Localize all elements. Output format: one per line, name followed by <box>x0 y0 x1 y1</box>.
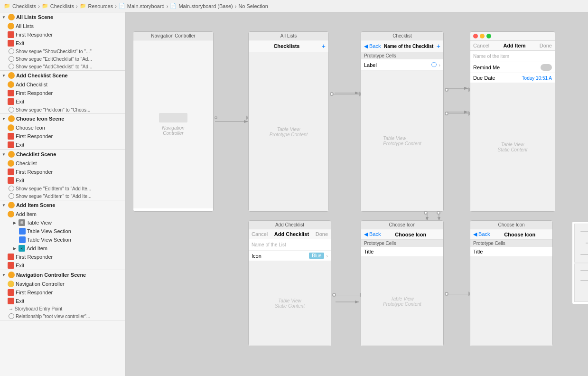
checklist-add-btn[interactable]: + <box>437 42 440 50</box>
chooseicon-back-btn[interactable]: ◀ Back <box>364 231 381 237</box>
additem-remind-row: Remind Me <box>470 62 555 73</box>
checklist-info-btn[interactable]: ⓘ <box>431 61 437 68</box>
checklist-navbar: ◀ Back Name of the Checklist + <box>361 40 443 52</box>
breadcrumb-item-1[interactable]: Checklists <box>50 3 74 9</box>
sidebar-item-first-responder-4[interactable]: First Responder <box>0 168 125 176</box>
sidebar-item-exit-1[interactable]: Exit <box>0 39 125 47</box>
segue-circle-icon-4 <box>9 107 14 113</box>
triangle-icon-5: ▼ <box>2 203 6 207</box>
conn-line-2 <box>334 94 359 94</box>
triangle-tbl: ▶ <box>13 221 16 225</box>
breadcrumb-icon-file2: 📄 <box>170 3 177 9</box>
sidebar-item-exit-4[interactable]: Exit <box>0 176 125 185</box>
sidebar-item-exit-2[interactable]: Exit <box>0 97 125 106</box>
scene-icon-add-checklist <box>8 72 15 79</box>
addchecklist-done-btn[interactable]: Done <box>316 231 328 237</box>
additem-cancel-btn[interactable]: Cancel <box>473 43 489 48</box>
sidebar-segue-editItem[interactable]: Show segue "EditItem" to "Add Ite... <box>0 185 125 192</box>
sidebar-item-first-responder-5[interactable]: First Responder <box>0 253 125 261</box>
sidebar-segue-editChecklist[interactable]: Show segue "EditChecklist" to "Ad... <box>0 55 125 63</box>
sidebar-item-exit-5[interactable]: Exit <box>0 261 125 270</box>
storyboard-canvas[interactable]: Navigation Controller NavigationControll… <box>126 12 588 376</box>
frame-checklist[interactable]: Checklist ◀ Back Name of the Checklist +… <box>361 31 444 212</box>
conn-line-8 <box>448 294 468 294</box>
sidebar-item-checklist[interactable]: Checklist <box>0 159 125 168</box>
triangle-icon-2: ▼ <box>2 74 6 78</box>
all-lists-add-btn[interactable]: + <box>322 42 326 50</box>
addchecklist-cancel-btn[interactable]: Cancel <box>252 231 268 237</box>
sidebar-item-add-item-vc[interactable]: Add Item <box>0 210 125 218</box>
additem-done-btn[interactable]: Done <box>540 43 552 48</box>
sidebar-section-header-checklist[interactable]: ▼ Checklist Scene <box>0 150 125 159</box>
frame-add-item[interactable]: Cancel Add Item Done Name of the item Re… <box>470 31 555 212</box>
icon-exit-2 <box>8 98 14 105</box>
sidebar-item-exit-3[interactable]: Exit <box>0 141 125 149</box>
item-icon-checklist <box>8 160 14 167</box>
sidebar-item-tvsection-2[interactable]: Table View Section <box>0 235 125 244</box>
scene-icon-checklist <box>8 151 15 158</box>
chooseicon-tbl-section: Prototype Cells <box>470 240 552 247</box>
segue-circle-icon <box>9 48 14 54</box>
frame-header-add-checklist: Add Checklist <box>249 221 331 229</box>
icon-tvsection-1 <box>19 228 26 235</box>
sidebar-item-add-checklist[interactable]: Add Checklist <box>0 80 125 89</box>
sidebar-section-header-nav[interactable]: ▼ Navigation Controller Scene <box>0 270 125 280</box>
remind-me-toggle[interactable] <box>541 64 552 71</box>
conn-dot-3 <box>445 88 448 92</box>
sidebar-item-exit-6[interactable]: Exit <box>0 297 125 305</box>
sidebar-item-first-responder-6[interactable]: First Responder <box>0 288 125 297</box>
sidebar-storyboard-entry[interactable]: → Storyboard Entry Point <box>0 305 125 312</box>
sidebar-item-add-item-cell[interactable]: ▶ ≺ Add Item <box>0 244 125 253</box>
addchecklist-nav-bar: Cancel Add Checklist Done <box>249 229 331 239</box>
conn-line-4 <box>448 113 468 114</box>
breadcrumb-item-2[interactable]: Resources <box>88 3 113 9</box>
sidebar-item-tvsection-1[interactable]: Table View Section <box>0 227 125 235</box>
triangle-icon-3: ▼ <box>2 117 6 121</box>
frame-nav-controller[interactable]: Navigation Controller NavigationControll… <box>133 31 214 212</box>
addchecklist-name-field[interactable]: Name of the List <box>249 239 331 251</box>
frame-chooseicon-table[interactable]: Choose Icon ◀ Back Choose Icon Prototype… <box>470 220 553 346</box>
icon-add-item-cell: ≺ <box>19 245 25 252</box>
sidebar-segue-relationship[interactable]: Relationship "root view controller"... <box>0 312 125 320</box>
icon-exit-1 <box>8 40 14 47</box>
breadcrumb-icon-folder: 📁 <box>4 3 10 9</box>
sidebar-section-add-checklist: ▼ Add Checklist Scene Add Checklist Firs… <box>0 71 125 114</box>
sidebar-item-choose-icon[interactable]: Choose Icon <box>0 123 125 132</box>
breadcrumb-item-3[interactable]: Main.storyboard <box>127 3 165 9</box>
sidebar-segue-pickIcon[interactable]: Show segue "PickIcon" to "Choos... <box>0 106 125 113</box>
icon-first-responder-6 <box>8 289 14 296</box>
frame-add-checklist[interactable]: Add Checklist Cancel Add Checklist Done … <box>248 220 331 346</box>
sidebar-section-header-add-checklist[interactable]: ▼ Add Checklist Scene <box>0 71 125 80</box>
frame-all-lists[interactable]: All Lists Checklists + Table ViewPrototy… <box>248 31 329 212</box>
breadcrumb-item-5: No Selection <box>238 3 268 9</box>
sidebar-segue-addItem[interactable]: Show segue "AddItem" to "Add Ite... <box>0 192 125 200</box>
frame-choose-icon[interactable]: Choose Icon ◀ Back Choose Icon Prototype… <box>361 220 444 346</box>
frame-header-all-lists: All Lists <box>249 32 328 40</box>
triangle-icon-4: ▼ <box>2 152 6 157</box>
frame-header-checklist: Checklist <box>361 32 443 40</box>
sidebar-segue-addChecklist[interactable]: Show segue "AddChecklist" to "Ad... <box>0 63 125 70</box>
chooseicon-tbl-back-btn[interactable]: ◀ Back <box>473 231 490 237</box>
arrow-addchecklist-to-chooseicon <box>332 292 363 297</box>
sidebar-section-header-choose-icon[interactable]: ▼ Choose Icon Scene <box>0 114 125 123</box>
sidebar-item-first-responder-1[interactable]: First Responder <box>0 30 125 39</box>
additem-name-field[interactable]: Name of the item <box>470 51 555 62</box>
breadcrumb-item-4[interactable]: Main.storyboard (Base) <box>178 3 233 9</box>
sidebar-section-header-add-item[interactable]: ▼ Add Item Scene <box>0 200 125 210</box>
conn-line-7 <box>336 295 360 295</box>
sidebar-item-table-view[interactable]: ▶ ⊞ Table View <box>0 218 125 227</box>
canvas-inner: Navigation Controller NavigationControll… <box>131 17 588 376</box>
icon-color-btn[interactable]: Blue <box>309 253 324 259</box>
sidebar-item-first-responder-2[interactable]: First Responder <box>0 89 125 97</box>
arrow-checklist-to-additem-1 <box>445 87 472 92</box>
sidebar-item-first-responder-3[interactable]: First Responder <box>0 132 125 141</box>
checklist-back-btn[interactable]: ◀ Back <box>364 43 381 49</box>
breadcrumb-item-0[interactable]: Checklists <box>12 3 36 9</box>
sidebar-item-all-lists[interactable]: All Lists <box>0 22 125 30</box>
triangle-icon-6: ▼ <box>2 273 6 277</box>
scene-icon-choose-icon <box>8 115 15 122</box>
conn-dot-2 <box>330 92 334 96</box>
sidebar-segue-showChecklist[interactable]: Show segue "ShowChecklist" to "..." <box>0 47 125 55</box>
sidebar-item-nav-controller[interactable]: Navigation Controller <box>0 280 125 288</box>
sidebar-section-header-all-lists[interactable]: ▼ All Lists Scene <box>0 12 125 22</box>
